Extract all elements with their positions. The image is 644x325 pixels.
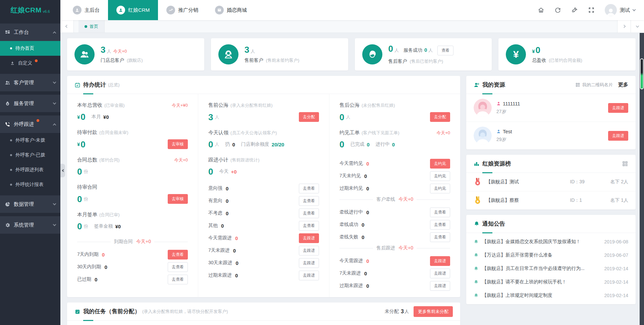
my-tasks-panel: 我的任务（售前分配） (录入未分配售前红娘，请尽快分配开发客户) 未分配 3 人… [67,303,460,325]
nav-tab-mall[interactable]: 婚恋商城 [207,0,255,20]
sidebar-group-workbench[interactable]: 工作台 [0,24,60,41]
sidebar-item-todo-home[interactable]: 待办首页 [0,41,60,56]
go-assign-button[interactable]: 去分配 [430,112,450,122]
go-follow-button[interactable]: 去跟进 [608,131,628,141]
my-resources-panel: 我的资源 我的二维码名片 更多 [466,76,636,149]
sidebar-item-label: 外呼客户-已拨 [15,152,45,158]
rank-qrcode-button[interactable] [622,160,628,167]
logo-version: v6.6 [43,9,50,13]
medal-gold-icon [474,196,482,205]
go-meet-button[interactable]: 去约见 [430,184,450,193]
todo-row: 今天需跟进0去跟进 [339,257,450,265]
go-view-button[interactable]: 去查看 [168,275,188,284]
sidebar-collapse-handle[interactable] [60,164,65,177]
vertical-scrollbar[interactable] [640,33,644,325]
sidebar-group-system[interactable]: 系统管理 [0,216,60,234]
tabs-scroll-left[interactable] [60,20,74,33]
tasks-icon [74,309,80,315]
tabs-scroll-right[interactable] [617,20,631,33]
resource-row[interactable]: 1111111 27岁 去跟进 [466,94,636,122]
todo-row: 7天未跟进0去跟进 [339,269,450,278]
go-meet-button[interactable]: 去约见 [430,171,450,181]
go-assign-button[interactable]: 去分配 [299,112,319,122]
sidebar-group-service[interactable]: 服务管理 [0,95,60,112]
sidebar-item-label: 外呼统计报表 [15,182,44,188]
go-follow-button[interactable]: 去跟进 [430,269,450,278]
go-follow-button[interactable]: 去跟进 [608,103,628,113]
sidebar-item-outbound-undailed[interactable]: 外呼客户-未拨 [0,133,60,148]
nav-tab-crm[interactable]: 红娘CRM [108,0,158,20]
sidebar-item-outbound-dialed[interactable]: 外呼客户-已拨 [0,148,60,162]
go-view-button[interactable]: 去查看 [430,207,450,217]
resource-name: 1111111 [503,101,520,106]
rank-row[interactable]: 【旗舰店】测试 ID：39 名下 2人 [466,173,636,191]
sidebar-group-outbound[interactable]: 外呼跟进 [0,115,60,133]
resource-row[interactable]: Test 29岁 去跟进 [466,122,636,149]
notice-row[interactable]: 【旗舰店】员工在日常工作当中必须遵守的行为... 2019-02-14 [466,262,636,275]
go-follow-button[interactable]: 去跟进 [299,258,319,268]
app-root: 红娘CRM v6.6 工作台 待办首页 自定义 客户管理 服务管理 [0,0,644,325]
rank-row[interactable]: 【旗舰店】蔡蔡 ID：1 名下 1人 [466,191,636,210]
tabs-menu-toggle[interactable] [631,20,644,33]
active-dot-icon [85,25,87,28]
go-review-button[interactable]: 去审核 [168,194,188,204]
tab-home[interactable]: 首页 [78,20,105,33]
scrollbar-thumb[interactable] [640,58,644,89]
go-view-button[interactable]: 去查看 [299,221,319,231]
go-follow-button[interactable]: 去跟进 [430,281,450,291]
clean-icon[interactable] [571,7,578,13]
go-view-button[interactable]: 去查看 [168,250,188,260]
gear-icon [5,222,10,228]
go-follow-button[interactable]: 去跟进 [299,233,319,243]
notice-row[interactable]: 【万达店】新店开张需要什么准备 2019-06-07 [466,248,636,262]
divider-expiring-contracts: 到期合同今天+0 [77,239,188,245]
stat-card-store-customers[interactable]: 3 人 今天+0 门店总客户 (旗舰店) [67,38,204,71]
go-view-button[interactable]: 去查看 [299,208,319,218]
my-qrcode-card-link[interactable]: 我的二维码名片 [575,82,613,88]
chevron-down-icon [53,223,56,226]
go-view-button[interactable]: 去查看 [299,184,319,193]
app-logo: 红娘CRM v6.6 [0,0,60,20]
service-icon [5,101,10,106]
today-delta: 今天+0 [113,48,127,54]
nav-tab-main-backend[interactable]: 主后台 [64,0,108,20]
user-menu[interactable]: 测试 [605,4,635,16]
notice-row[interactable]: 【旗舰店】请不要在上班的时候玩手机！ 2019-02-14 [466,275,636,289]
notice-row[interactable]: 【旗舰店】上班规定时间规定制度 2019-02-14 [466,289,636,302]
notice-row[interactable]: 【旗舰店】金媒婚恋交友系统国庆节放假通知！ 2019-06-08 [466,235,636,248]
topbar-icons [538,7,595,13]
refresh-icon[interactable] [554,7,561,13]
go-view-button[interactable]: 去查看 [168,262,188,272]
sidebar-group-customers[interactable]: 客户管理 [0,74,60,91]
qrcode-icon [575,82,580,87]
stat-value: 0 [388,44,393,53]
view-button[interactable]: 查看 [437,46,453,55]
go-follow-button[interactable]: 去跟进 [299,246,319,256]
go-view-button[interactable]: 去查看 [430,220,450,230]
notice-date: 2019-02-14 [604,293,628,298]
go-review-button[interactable]: 去审核 [168,139,188,149]
nav-tab-promotion[interactable]: 推广分销 [158,0,207,20]
sidebar-item-custom[interactable]: 自定义 [0,56,60,71]
more-link[interactable]: 更多 [618,82,628,88]
yen-icon: ¥ [506,44,526,64]
stat-card-aftersale-customers[interactable]: 0 人 服务成功 0 人 查看 售后客户 (售后已签约客户) [355,38,492,71]
stat-card-revenue[interactable]: ¥ ¥ 0 总盈收 (已签约合同金额) [498,38,636,71]
bell-icon [474,239,479,244]
data-icon [5,201,10,207]
go-view-button[interactable]: 去查看 [299,196,319,206]
go-meet-button[interactable]: 去约见 [430,159,450,169]
go-view-button[interactable]: 去查看 [430,232,450,242]
stat-card-presale-customers[interactable]: 3 人 售前客户 (售前未签约客户) [211,38,348,71]
sidebar-item-outbound-report[interactable]: 外呼统计报表 [0,177,60,192]
go-follow-button[interactable]: 去跟进 [299,271,319,280]
more-unassigned-button[interactable]: 更多售前未分配 [414,306,453,317]
sidebar-group-data[interactable]: 数据管理 [0,195,60,213]
sidebar-item-outbound-followlist[interactable]: 外呼跟进列表 [0,162,60,177]
sidebar-item-label: 自定义 [18,60,32,66]
todo-row: 牵线失败0去查看 [339,233,450,241]
home-icon[interactable] [538,7,544,13]
go-follow-button[interactable]: 去跟进 [430,256,450,266]
fullscreen-icon[interactable] [588,7,595,13]
divider-matchmaking: 客户牵线今天+0 [339,196,450,202]
